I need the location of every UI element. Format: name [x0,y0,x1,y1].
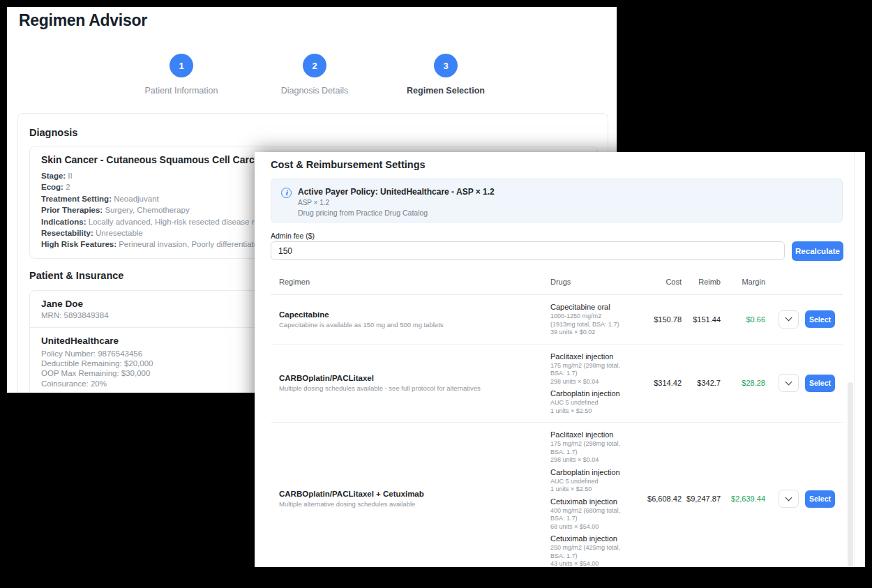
policy-source: Drug pricing from Practice Drug Catalog [298,209,495,217]
page-title: Regimen Advisor [19,11,147,30]
drug-name: Carboplatin injection [550,389,622,399]
drug-entry: Cetuximab injection 250 mg/m2 (425mg tot… [550,534,622,567]
reimb-value: $342.7 [682,379,721,387]
expand-row-button[interactable] [779,374,799,392]
drug-entry: Paclitaxel injection 175 mg/m2 (298mg to… [550,430,622,465]
header-cost: Cost [624,272,682,293]
drug-entry: Carboplatin injection AUC 5 undefined 1 … [550,467,622,494]
regimen-table: Regimen Drugs Cost Reimb Margin Capecita… [271,272,843,567]
recalculate-button[interactable]: Recalculate [792,241,843,261]
drug-units: 1 units × $2.50 [550,485,622,494]
chevron-down-icon [785,378,792,385]
drug-dose: 250 mg/m2 (425mg total, BSA: 1.7) [550,544,622,560]
regimen-description: Multiple dosing schedules available - se… [279,384,542,392]
drug-units: 1 units × $2.50 [550,407,622,416]
expand-row-button[interactable] [779,310,799,329]
scrollbar-track [854,152,855,567]
regimen-row: CARBOplatin/PACLitaxel + Cetuximab Multi… [271,423,843,567]
drug-dose: 175 mg/m2 (298mg total, BSA: 1.7) [550,362,622,378]
admin-fee-input[interactable] [271,241,785,260]
cost-reimbursement-window: Cost & Reimbursement Settings i Active P… [255,152,865,567]
cost-panel-title: Cost & Reimbursement Settings [271,159,426,170]
drug-name: Paclitaxel injection [550,352,622,362]
step-3-label: Regimen Selection [383,86,509,96]
regimen-row: CARBOplatin/PACLitaxel Multiple dosing s… [271,345,843,423]
cost-value: $6,608.42 [624,495,682,503]
info-icon: i [281,188,292,198]
step-3-circle: 3 [434,54,458,77]
admin-fee-label: Admin fee ($) [271,232,315,240]
drug-entry: Capecitabine oral 1000-1250 mg/m2 (1913m… [550,302,622,337]
header-margin: Margin [721,272,765,293]
drug-name: Paclitaxel injection [550,430,622,440]
margin-value: $2,639.44 [721,495,765,503]
expand-row-button[interactable] [779,490,799,508]
drug-units: 68 units × $54.00 [550,523,622,532]
drug-units: 298 units × $0.04 [550,378,622,386]
policy-headline: Active Payer Policy: UnitedHealthcare - … [298,187,495,197]
drug-list: Capecitabine oral 1000-1250 mg/m2 (1913m… [542,295,624,344]
regimen-name: Capecitabine [279,310,542,319]
drug-name: Carboplatin injection [550,467,622,478]
regimen-table-body: Capecitabine Capecitabine is available a… [271,295,843,567]
drug-list: Paclitaxel injection 175 mg/m2 (298mg to… [542,423,624,567]
select-button[interactable]: Select [805,375,835,392]
cost-value: $150.78 [624,315,682,324]
margin-value: $0.66 [721,315,765,324]
drug-units: 43 units × $54.00 [550,560,622,567]
regimen-description: Capecitabine is available as 150 mg and … [279,321,542,329]
table-header-row: Regimen Drugs Cost Reimb Margin [271,272,843,295]
reimb-value: $9,247.87 [682,495,721,503]
drug-name: Cetuximab injection [550,497,622,507]
chevron-down-icon [785,494,792,501]
header-regimen: Regimen [271,272,542,293]
header-drugs: Drugs [542,272,624,293]
scrollbar-thumb[interactable] [848,382,853,567]
step-patient-information[interactable]: 1 Patient Information [119,54,244,96]
step-diagnosis-details[interactable]: 2 Diagnosis Details [252,54,377,96]
regimen-name: CARBOplatin/PACLitaxel + Cetuximab [279,490,542,498]
drug-dose: AUC 5 undefined [550,478,622,486]
header-reimb: Reimb [682,272,721,293]
drug-entry: Carboplatin injection AUC 5 undefined 1 … [550,389,622,415]
active-payer-policy-banner: i Active Payer Policy: UnitedHealthcare … [271,179,843,223]
cost-value: $314.42 [624,379,682,387]
regimen-row: Capecitabine Capecitabine is available a… [271,295,843,345]
policy-formula: ASP × 1.2 [298,199,495,206]
drug-dose: 400 mg/m2 (680mg total, BSA: 1.7) [550,507,622,523]
step-2-label: Diagnosis Details [252,86,377,96]
drug-units: 298 units × $0.04 [550,456,622,465]
step-1-circle: 1 [170,54,193,77]
chevron-down-icon [785,315,792,322]
diagnosis-section-title: Diagnosis [29,127,77,138]
reimb-value: $151.44 [682,315,721,324]
regimen-description: Multiple alternative dosing schedules av… [279,500,542,508]
drug-dose: AUC 5 undefined [550,399,622,407]
step-1-label: Patient Information [119,86,244,96]
drug-entry: Cetuximab injection 400 mg/m2 (680mg tot… [550,497,622,532]
step-regimen-selection[interactable]: 3 Regimen Selection [383,54,509,96]
drug-dose: 175 mg/m2 (298mg total, BSA: 1.7) [550,440,622,456]
select-button[interactable]: Select [805,310,835,328]
select-button[interactable]: Select [805,490,835,508]
patient-section-title: Patient & Insurance [29,270,123,281]
regimen-name: CARBOplatin/PACLitaxel [279,374,542,382]
drug-name: Cetuximab injection [550,534,622,544]
drug-units: 39 units × $0.02 [550,329,622,337]
drug-dose: 1000-1250 mg/m2 (1913mg total, BSA: 1.7) [550,312,622,329]
drug-entry: Paclitaxel injection 175 mg/m2 (298mg to… [550,352,622,386]
margin-value: $28.28 [721,379,765,387]
drug-list: Paclitaxel injection 175 mg/m2 (298mg to… [542,345,624,423]
step-2-circle: 2 [303,54,326,77]
drug-name: Capecitabine oral [550,302,622,312]
